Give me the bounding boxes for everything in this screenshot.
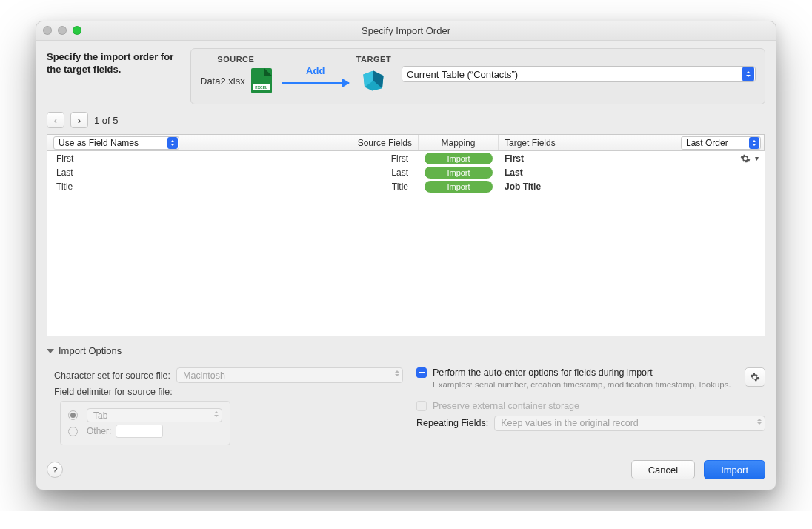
- delimiter-tab-radio: [68, 410, 78, 420]
- row-source-field: Last: [391, 167, 413, 178]
- delimiter-label: Field delimiter for source file:: [54, 387, 173, 397]
- source-header-dropdown-value: Use as Field Names: [59, 138, 139, 148]
- filemaker-icon: [361, 68, 386, 93]
- grid-header-row: Use as Field Names Source Fields Mapping…: [47, 135, 765, 151]
- delimiter-other-radio: [68, 427, 78, 436]
- titlebar: Specify Import Order: [36, 21, 776, 41]
- options-left-column: Character set for source file: Macintosh…: [54, 364, 403, 445]
- options-right-column: Perform the auto-enter options for field…: [416, 364, 765, 445]
- excel-file-icon: [251, 68, 272, 93]
- instruction-text: Specify the import order for the target …: [47, 48, 180, 104]
- field-mapping-grid: Use as Field Names Source Fields Mapping…: [47, 134, 765, 336]
- chevron-down-icon[interactable]: ▾: [755, 154, 759, 162]
- dropdown-stepper-icon: [742, 67, 754, 81]
- target-table-value: Current Table (“Contacts”): [407, 69, 518, 80]
- dropdown-stepper-icon: [167, 137, 178, 149]
- row-name: First: [53, 153, 73, 164]
- gear-icon[interactable]: [740, 153, 751, 164]
- row-name: Last: [53, 167, 73, 178]
- repeating-fields-value: Keep values in the original record: [501, 418, 639, 428]
- window-title: Specify Import Order: [362, 25, 450, 36]
- import-button[interactable]: Import: [704, 460, 765, 479]
- source-heading: SOURCE: [217, 55, 254, 64]
- preserve-storage-checkbox: [416, 401, 427, 411]
- window-controls: [43, 26, 81, 35]
- source-fields-header: Source Fields: [358, 138, 412, 148]
- source-target-panel: SOURCE Data2.xlsx Add TARGET Current Tab…: [190, 48, 765, 104]
- disclosure-triangle-icon: [47, 349, 54, 353]
- next-record-button[interactable]: ›: [70, 112, 88, 128]
- preserve-storage-label: Preserve external container storage: [433, 401, 579, 411]
- mapping-pill[interactable]: Import: [425, 181, 493, 193]
- record-pager: ‹ › 1 of 5: [36, 104, 776, 134]
- grid-body: FirstFirstImportFirst▾LastLastImportLast…: [47, 151, 765, 336]
- select-stepper-icon: [214, 411, 219, 417]
- target-column: TARGET: [356, 55, 391, 93]
- gear-icon: [750, 372, 760, 382]
- target-fields-header: Target Fields: [505, 138, 556, 148]
- import-options-toggle[interactable]: Import Options: [47, 341, 765, 361]
- record-position: 1 of 5: [94, 115, 119, 126]
- add-mapping-area: Add: [282, 65, 349, 84]
- delimiter-tab-value: Tab: [93, 410, 107, 421]
- dropdown-stepper-icon: [749, 137, 759, 149]
- row-target-field: Job Title: [505, 182, 541, 192]
- select-stepper-icon: [395, 370, 399, 376]
- target-table-select[interactable]: Current Table (“Contacts”): [402, 66, 756, 82]
- row-source-field: First: [391, 153, 413, 164]
- charset-value: Macintosh: [183, 370, 225, 381]
- row-source-field: Title: [392, 182, 413, 192]
- dialog-window: Specify Import Order Specify the import …: [36, 21, 776, 490]
- zoom-window-button[interactable]: [73, 26, 81, 35]
- prev-record-button[interactable]: ‹: [47, 112, 64, 128]
- auto-enter-settings-button[interactable]: [745, 367, 765, 387]
- source-header-dropdown[interactable]: Use as Field Names: [53, 136, 179, 150]
- delimiter-other-label: Other:: [87, 426, 111, 436]
- row-name: Title: [53, 182, 73, 192]
- mapping-pill[interactable]: Import: [425, 167, 493, 179]
- delimiter-group: Tab Other:: [60, 401, 230, 445]
- minimize-window-button[interactable]: [58, 26, 67, 35]
- mapping-pill[interactable]: Import: [425, 153, 493, 164]
- table-row[interactable]: TitleTitleImportJob Title▾: [47, 179, 765, 193]
- table-row[interactable]: LastLastImportLast▾: [47, 165, 765, 179]
- target-heading: TARGET: [356, 55, 391, 64]
- import-options-body: Character set for source file: Macintosh…: [47, 361, 765, 453]
- repeating-fields-select: Keep values in the original record: [494, 416, 765, 431]
- add-link[interactable]: Add: [306, 65, 325, 76]
- import-options-heading: Import Options: [59, 345, 122, 356]
- source-column: SOURCE Data2.xlsx: [200, 55, 272, 93]
- charset-label: Character set for source file:: [54, 370, 170, 381]
- target-order-dropdown[interactable]: Last Order: [681, 136, 761, 150]
- source-file-name: Data2.xlsx: [200, 76, 245, 87]
- close-window-button[interactable]: [43, 26, 52, 35]
- arrow-icon: [282, 82, 349, 84]
- auto-enter-label: Perform the auto-enter options for field…: [433, 367, 739, 378]
- row-target-field: Last: [505, 167, 523, 178]
- top-panel: Specify the import order for the target …: [36, 41, 776, 104]
- delimiter-other-input: [116, 425, 163, 438]
- dialog-footer: ? Cancel Import: [36, 453, 776, 490]
- help-button[interactable]: ?: [47, 462, 63, 478]
- row-target-field: First: [505, 153, 524, 164]
- charset-select: Macintosh: [176, 367, 403, 383]
- target-order-value: Last Order: [686, 138, 728, 148]
- delimiter-tab-select: Tab: [87, 408, 222, 422]
- auto-enter-sub: Examples: serial number, creation timest…: [433, 379, 739, 391]
- cancel-button[interactable]: Cancel: [631, 460, 695, 479]
- table-row[interactable]: FirstFirstImportFirst▾: [47, 151, 765, 165]
- auto-enter-checkbox[interactable]: [416, 367, 427, 378]
- select-stepper-icon: [757, 419, 762, 425]
- mapping-header: Mapping: [419, 135, 499, 150]
- import-options-section: Import Options Character set for source …: [47, 341, 765, 453]
- repeating-fields-label: Repeating Fields:: [416, 418, 488, 428]
